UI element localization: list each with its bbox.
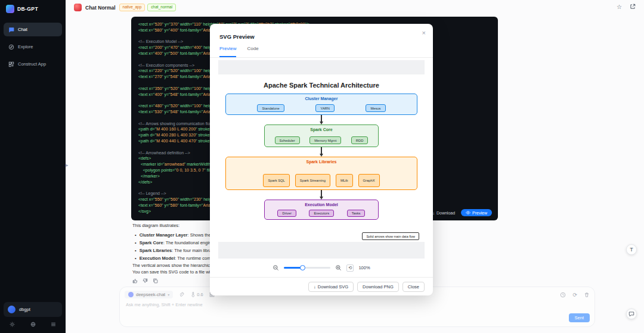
diagram-title: Apache Spark Technical Architecture	[264, 82, 379, 89]
zoom-out-icon[interactable]	[273, 264, 279, 271]
sidebar: DB-GPT ChatExploreConstruct App dbgpt	[0, 0, 66, 333]
brand-logo-icon	[6, 5, 14, 13]
zoom-slider-thumb[interactable]	[300, 265, 305, 270]
diagram-node: Spark Streaming	[295, 174, 330, 187]
history-button[interactable]	[560, 292, 566, 298]
assistant-floating-button[interactable]	[626, 309, 637, 319]
chat-bubble-icon	[628, 311, 634, 317]
diagram-layer-spark-libraries: Spark LibrariesSpark SQLSpark StreamingM…	[225, 157, 417, 190]
send-button[interactable]: Sent	[569, 313, 590, 322]
diagram-node: Memory Mgmt	[309, 136, 341, 144]
diagram-node: Standalone	[257, 104, 284, 112]
user-menu[interactable]: dbgpt	[4, 302, 62, 317]
zoom-level: 100%	[358, 265, 370, 270]
eye-icon	[466, 210, 470, 215]
trash-icon	[584, 292, 590, 298]
diagram-node: YARN	[315, 104, 335, 112]
zoom-slider[interactable]	[284, 267, 330, 269]
diagram-node: GraphX	[358, 174, 380, 187]
diagram-node: Driver	[277, 210, 296, 217]
tab-preview[interactable]: Preview	[219, 46, 236, 57]
svg-preview-viewport[interactable]: Apache Spark Technical Architecture Clus…	[218, 60, 425, 259]
attach-file-button[interactable]	[179, 292, 184, 297]
model-logo-icon	[128, 292, 134, 297]
diagram-arrow-down	[320, 190, 323, 200]
star-icon[interactable]: ☆	[617, 4, 622, 10]
user-avatar	[8, 306, 16, 313]
sidebar-item-label: Explore	[18, 44, 33, 49]
diagram-node: Executors	[309, 210, 334, 217]
thermometer-icon	[190, 292, 196, 297]
translate-floating-button[interactable]: T	[626, 244, 637, 255]
chat-header: Chat Normal native_appchat_normal	[70, 2, 179, 13]
model-selector[interactable]: deepseek-chat ▾	[125, 291, 173, 298]
clock-icon	[560, 292, 566, 298]
menu-icon[interactable]	[51, 322, 56, 328]
header-tags: native_appchat_normal	[119, 4, 177, 11]
diagram-node: Scheduler	[275, 136, 300, 144]
tab-code[interactable]: Code	[247, 46, 258, 57]
download-png-button[interactable]: Download PNG	[357, 282, 399, 292]
code-preview-button[interactable]: Preview	[461, 209, 492, 216]
share-icon[interactable]	[630, 4, 636, 11]
temperature-value: 0.6	[197, 292, 203, 297]
svg-preview-modal: SVG Preview × Preview Code Apache Spark …	[210, 24, 433, 295]
chevron-down-icon: ▾	[168, 292, 169, 297]
modal-close-button[interactable]: Close	[402, 282, 425, 292]
model-name: deepseek-chat	[136, 292, 165, 297]
compass-icon	[8, 44, 14, 50]
diagram-layer-execution-model: Execution ModelDriverExecutorsTasks	[264, 200, 379, 220]
chat-title: Chat Normal	[85, 5, 116, 11]
diagram-layer-cluster-manager: Cluster ManagerStandaloneYARNMesos	[225, 94, 417, 115]
user-name: dbgpt	[19, 307, 30, 312]
sidebar-nav: ChatExploreConstruct App	[0, 18, 66, 76]
sidebar-bottom: dbgpt	[0, 298, 66, 333]
diagram-node: Tasks	[347, 210, 366, 217]
close-icon[interactable]: ×	[422, 29, 426, 36]
download-icon: ↓	[314, 284, 316, 290]
diagram-arrow-down	[320, 147, 323, 157]
svg-canvas: Apache Spark Technical Architecture Clus…	[218, 74, 425, 242]
copy-icon[interactable]	[153, 278, 158, 284]
chat-input[interactable]	[125, 301, 457, 308]
refresh-button[interactable]: ⟳	[572, 292, 577, 298]
diagram-layers: Cluster ManagerStandaloneYARNMesosSpark …	[225, 94, 417, 220]
layer-title: Spark Libraries	[226, 160, 417, 164]
sidebar-item-chat[interactable]: Chat	[4, 23, 62, 36]
brand-logo[interactable]: DB-GPT	[0, 0, 66, 18]
layer-title: Execution Model	[265, 203, 378, 207]
download-svg-button[interactable]: ↓ Download SVG	[308, 282, 354, 292]
temperature-control[interactable]: 0.6	[190, 292, 203, 297]
sidebar-item-construct-app[interactable]: Construct App	[4, 57, 62, 71]
sidebar-collapse-handle[interactable]: ▸	[66, 162, 69, 168]
chat-icon	[8, 27, 14, 33]
language-icon[interactable]	[30, 322, 36, 328]
tag-native_app: native_app	[119, 4, 145, 11]
zoom-in-icon[interactable]	[335, 264, 342, 271]
thumbs-down-icon[interactable]	[143, 278, 148, 284]
construct-icon	[8, 61, 14, 67]
diagram-node: RDD	[351, 136, 369, 144]
diagram-legend: Solid arrows show main data flow	[362, 232, 419, 240]
brand-name: DB-GPT	[17, 6, 38, 12]
diagram-node: Spark SQL	[263, 174, 289, 187]
paperclip-icon	[179, 292, 184, 297]
zoom-slider-fill	[284, 267, 302, 269]
diagram-arrow-down	[320, 115, 323, 125]
diagram-node: Mesos	[366, 104, 385, 112]
modal-tabs: Preview Code	[210, 45, 433, 58]
sidebar-item-label: Chat	[18, 27, 27, 32]
app-window: DB-GPT ChatExploreConstruct App dbgpt ▸ …	[0, 0, 644, 333]
thumbs-up-icon[interactable]	[132, 278, 138, 284]
diagram-node: MLib	[336, 174, 353, 187]
layer-title: Spark Core	[265, 127, 378, 132]
diagram-layer-spark-core: Spark CoreSchedulerMemory MgmtRDD	[264, 125, 379, 147]
zoom-controls: ⟲ 100%	[210, 259, 433, 277]
zoom-reset-icon[interactable]: ⟲	[346, 264, 354, 272]
tag-chat_normal: chat_normal	[147, 4, 176, 11]
code-download-button[interactable]: ↓ Download	[432, 211, 455, 215]
clear-chat-button[interactable]	[584, 292, 590, 298]
theme-icon[interactable]	[10, 322, 15, 328]
sidebar-item-explore[interactable]: Explore	[4, 40, 62, 54]
modal-title: SVG Preview	[219, 33, 255, 40]
